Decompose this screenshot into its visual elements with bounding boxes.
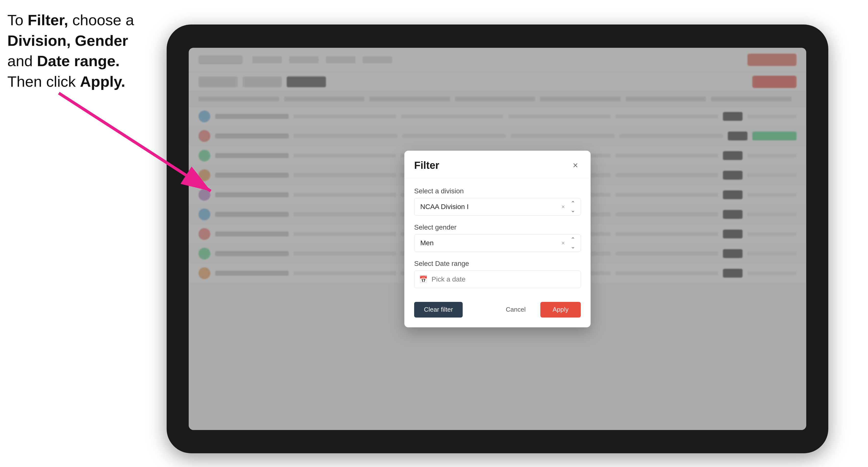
gender-select-wrapper: Men Women × ⌃⌄ — [414, 234, 581, 252]
gender-arrow-icon: ⌃⌄ — [569, 239, 577, 247]
division-clear-icon[interactable]: × — [559, 203, 567, 211]
gender-form-group: Select gender Men Women × ⌃⌄ — [414, 223, 581, 252]
cancel-button[interactable]: Cancel — [496, 302, 535, 317]
modal-title: Filter — [414, 159, 439, 171]
footer-right-actions: Cancel Apply — [496, 302, 581, 317]
instruction-bold-filter: Filter, — [28, 11, 68, 28]
calendar-icon: 📅 — [419, 275, 428, 283]
modal-close-button[interactable]: × — [570, 160, 581, 171]
division-select-wrapper: NCAA Division I NCAA Division II NCAA Di… — [414, 198, 581, 216]
modal-body: Select a division NCAA Division I NCAA D… — [404, 178, 591, 297]
division-form-group: Select a division NCAA Division I NCAA D… — [414, 187, 581, 216]
tablet-screen: Filter × Select a division NCAA Division… — [189, 48, 806, 430]
instruction-bold-date: Date range. — [37, 53, 120, 69]
gender-label: Select gender — [414, 223, 581, 231]
instruction-bold-division-gender: Division, Gender — [7, 32, 128, 49]
tablet-frame: Filter × Select a division NCAA Division… — [167, 25, 828, 453]
division-select[interactable]: NCAA Division I NCAA Division II NCAA Di… — [414, 198, 581, 216]
gender-clear-icon[interactable]: × — [559, 239, 567, 247]
clear-filter-button[interactable]: Clear filter — [414, 302, 463, 317]
date-range-input[interactable] — [414, 271, 581, 288]
division-arrow-icon: ⌃⌄ — [569, 203, 577, 211]
date-label: Select Date range — [414, 260, 581, 268]
apply-button[interactable]: Apply — [540, 302, 581, 317]
division-select-icons: × ⌃⌄ — [559, 203, 577, 211]
instruction-panel: To Filter, choose a Division, Gender and… — [7, 10, 145, 92]
gender-select-icons: × ⌃⌄ — [559, 239, 577, 247]
instruction-bold-apply: Apply. — [80, 73, 125, 90]
gender-select[interactable]: Men Women — [414, 234, 581, 252]
modal-overlay: Filter × Select a division NCAA Division… — [189, 48, 806, 430]
modal-header: Filter × — [404, 151, 591, 178]
division-label: Select a division — [414, 187, 581, 195]
filter-modal: Filter × Select a division NCAA Division… — [404, 151, 591, 328]
date-input-wrapper: 📅 — [414, 271, 581, 288]
date-form-group: Select Date range 📅 — [414, 260, 581, 288]
modal-footer: Clear filter Cancel Apply — [404, 297, 591, 328]
